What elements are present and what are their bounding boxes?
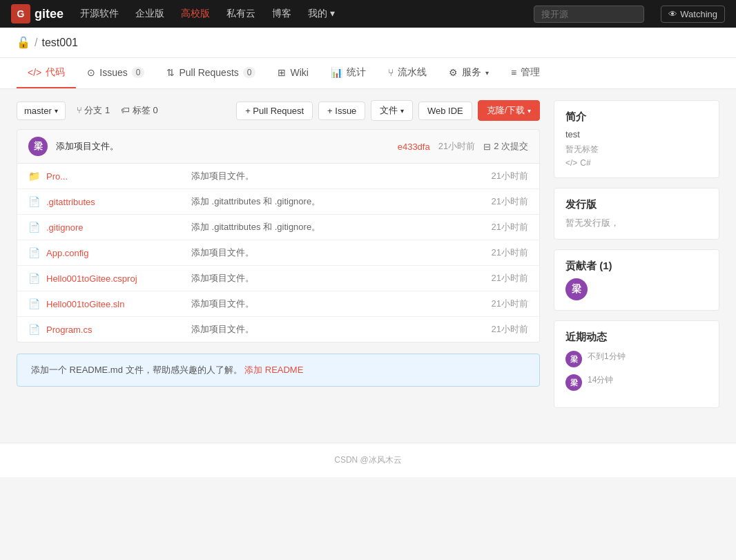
commit-bar: 梁 添加项目文件。 e433dfa 21小时前 ⊟ 2 次提交: [17, 129, 540, 164]
breadcrumb: 🔓 / test001: [17, 36, 78, 49]
pull-request-button[interactable]: + Pull Request: [236, 102, 313, 120]
issue-button[interactable]: + Issue: [318, 102, 365, 120]
nav-university[interactable]: 高校版: [181, 8, 210, 20]
tab-services-label: 服务: [462, 66, 481, 79]
tab-pipeline-label: 流水线: [398, 66, 427, 79]
commit-count-text: 2 次提交: [494, 140, 528, 153]
file-btn-label: 文件: [380, 105, 398, 115]
sidebar-activity-section: 近期动态 梁 不到1分钟 梁 14分钟: [554, 320, 719, 408]
file-icon: 📄: [28, 196, 39, 207]
tab-manage[interactable]: ≡ 管理: [500, 58, 551, 88]
repo-name[interactable]: test001: [41, 37, 77, 49]
file-name[interactable]: App.config: [46, 248, 184, 258]
tag-icon: 🏷: [121, 105, 130, 115]
commit-avatar[interactable]: 梁: [28, 137, 48, 156]
tab-services[interactable]: ⚙ 服务 ▾: [438, 58, 500, 88]
file-name[interactable]: Pro...: [46, 171, 184, 182]
file-name[interactable]: .gitignore: [46, 222, 184, 233]
file-commit-msg: 添加项目文件。: [191, 272, 485, 284]
clone-btn-label: 克隆/下载: [487, 105, 525, 115]
tab-pr-label: Pull Requests: [179, 67, 238, 78]
readme-banner: 添加一个 README.md 文件，帮助感兴趣的人了解。 添加 README: [17, 354, 540, 387]
top-navigation: G gitee 开源软件 企业版 高校版 私有云 博客 我的 ▾ 👁 Watch…: [0, 0, 736, 28]
commit-count-icon: ⊟: [483, 142, 491, 152]
commit-hash[interactable]: e433dfa: [398, 142, 430, 152]
file-icon: 📄: [28, 247, 39, 258]
lang-icon: </>: [565, 158, 577, 168]
branch-count-num: 1: [105, 105, 110, 115]
tab-stats[interactable]: 📊 统计: [320, 58, 377, 88]
nav-my[interactable]: 我的 ▾: [308, 8, 335, 20]
file-commit-msg: 添加项目文件。: [191, 323, 485, 336]
search-input[interactable]: [534, 6, 644, 23]
release-empty: 暂无发行版，: [565, 217, 708, 229]
nav-blog[interactable]: 博客: [272, 8, 291, 20]
commit-time: 21小时前: [438, 140, 475, 153]
nav-private-cloud[interactable]: 私有云: [226, 8, 255, 20]
branch-count-label: ⑂ 分支 1: [77, 104, 110, 117]
pipeline-icon: ⑂: [388, 67, 394, 78]
sidebar-contributors-section: 贡献者 (1) 梁: [554, 249, 719, 311]
stats-icon: 📊: [331, 67, 342, 78]
clone-button[interactable]: 克隆/下载 ▾: [478, 100, 540, 121]
file-name[interactable]: Hello001toGitee.csproj: [46, 273, 184, 284]
main-content: master ▾ ⑂ 分支 1 🏷 标签 0: [0, 89, 736, 429]
nav-open-source[interactable]: 开源软件: [80, 8, 119, 20]
file-icon: 📄: [28, 324, 39, 335]
file-button[interactable]: 文件 ▾: [371, 100, 413, 121]
intro-title: 简介: [565, 110, 708, 124]
web-ide-button[interactable]: Web IDE: [418, 102, 472, 120]
tab-code[interactable]: </> 代码: [17, 58, 76, 88]
file-time: 21小时前: [492, 323, 528, 336]
file-name[interactable]: .gitattributes: [46, 197, 184, 207]
repo-toolbar: master ▾ ⑂ 分支 1 🏷 标签 0: [17, 100, 540, 121]
clone-dropdown-arrow: ▾: [527, 107, 531, 115]
file-commit-msg: 添加 .gitattributes 和 .gitignore。: [191, 221, 485, 233]
activity-item: 梁 不到1分钟: [565, 351, 708, 367]
tab-pipeline[interactable]: ⑂ 流水线: [377, 58, 438, 88]
branch-selector[interactable]: master ▾: [17, 102, 66, 120]
issues-icon: ⊙: [87, 67, 95, 78]
watching-button[interactable]: 👁 Watching: [661, 6, 725, 23]
activity-avatar[interactable]: 梁: [565, 351, 582, 367]
intro-lang: </> C#: [565, 158, 708, 168]
logo-icon: G: [11, 4, 30, 23]
activity-item: 梁 14分钟: [565, 374, 708, 391]
branch-count: 分支: [84, 105, 105, 115]
contributors-title: 贡献者 (1): [565, 260, 708, 273]
tab-issues[interactable]: ⊙ Issues 0: [76, 59, 155, 88]
file-name[interactable]: Hello001toGitee.sln: [46, 299, 184, 309]
tab-issues-label: Issues: [99, 67, 127, 78]
branch-info: ⑂ 分支 1 🏷 标签 0: [77, 104, 158, 117]
file-commit-msg: 添加项目文件。: [191, 247, 485, 259]
file-icon: 📄: [28, 298, 39, 309]
table-row: 📄 Hello001toGitee.csproj 添加项目文件。 21小时前: [17, 266, 539, 291]
activity-time: 14分钟: [588, 374, 613, 386]
file-time: 21小时前: [492, 170, 528, 182]
activity-time: 不到1分钟: [588, 351, 626, 363]
file-list: 📁 Pro... 添加项目文件。 21小时前 📄 .gitattributes …: [17, 164, 540, 342]
file-time: 21小时前: [492, 298, 528, 310]
branch-icon: ⑂: [77, 105, 82, 115]
tab-wiki[interactable]: ⊞ Wiki: [267, 59, 319, 88]
manage-icon: ≡: [511, 67, 516, 78]
activity-avatar[interactable]: 梁: [565, 374, 582, 391]
table-row: 📄 .gitattributes 添加 .gitattributes 和 .gi…: [17, 189, 539, 215]
nav-enterprise[interactable]: 企业版: [135, 8, 164, 20]
tag-count: 标签: [133, 105, 153, 115]
release-title: 发行版: [565, 198, 708, 211]
activity-title: 近期动态: [565, 331, 708, 344]
file-name[interactable]: Program.cs: [46, 325, 184, 335]
tab-pull-requests[interactable]: ⇅ Pull Requests 0: [155, 59, 267, 88]
table-row: 📁 Pro... 添加项目文件。 21小时前: [17, 164, 539, 189]
toolbar-left: master ▾ ⑂ 分支 1 🏷 标签 0: [17, 102, 158, 120]
logo[interactable]: G gitee: [11, 4, 64, 23]
contributor-avatar[interactable]: 梁: [565, 278, 588, 300]
add-readme-link[interactable]: 添加 README: [244, 365, 303, 375]
file-icon: 📄: [28, 273, 39, 284]
tab-code-label: 代码: [46, 66, 65, 79]
table-row: 📄 .gitignore 添加 .gitattributes 和 .gitign…: [17, 215, 539, 240]
lang-label: C#: [580, 158, 590, 168]
tab-manage-label: 管理: [521, 66, 540, 79]
table-row: 📄 Hello001toGitee.sln 添加项目文件。 21小时前: [17, 291, 539, 317]
